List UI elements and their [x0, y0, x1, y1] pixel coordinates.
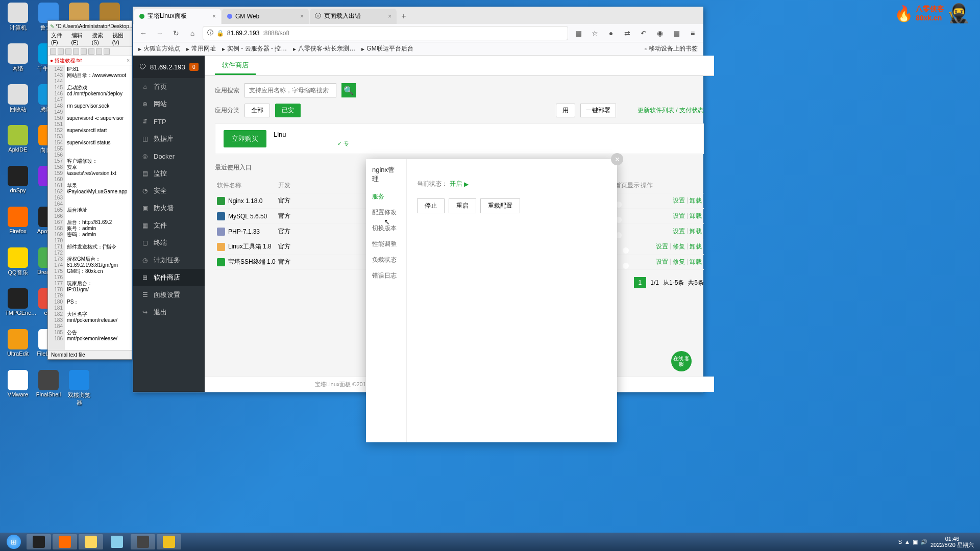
sidebar-item[interactable]: ▤ 监控 — [133, 165, 205, 182]
desktop-icon[interactable]: TMPGEnc… — [5, 288, 31, 316]
menu-item[interactable]: 编辑(E) — [71, 32, 88, 45]
sidebar-item[interactable]: ◫ 数据库 — [133, 130, 205, 147]
software-name[interactable]: PHP-7.1.33 — [217, 228, 278, 236]
desktop-icon[interactable]: Firefox — [5, 207, 31, 234]
sidebar-item[interactable]: ↪ 退出 — [133, 304, 205, 321]
search-input[interactable] — [244, 83, 336, 97]
panel-brand[interactable]: 🛡 81.69.2.193 0 — [133, 56, 205, 78]
start-button[interactable]: ⊞ — [3, 534, 24, 549]
taskbar-item[interactable] — [131, 534, 155, 549]
modal-tab[interactable]: 服务 — [366, 189, 406, 205]
nav-back-button[interactable]: ← — [137, 27, 150, 39]
browser-tab[interactable]: ⓘ 页面载入出错 × — [310, 9, 397, 24]
sidebar-item[interactable]: ⇵ FTP — [133, 113, 205, 130]
url-input[interactable]: ⓘ 🔒 81.69.2.193:8888/soft — [203, 26, 568, 40]
info-icon[interactable]: ⓘ — [207, 29, 213, 37]
notepad-titlebar[interactable]: ✎ *C:\Users\Administrator\Desktop… — [48, 21, 132, 31]
search-button[interactable]: 🔍 — [341, 83, 356, 97]
toolbar-icon[interactable]: ◉ — [654, 27, 666, 39]
software-name[interactable]: 宝塔SSH终端 1.0 — [217, 258, 278, 266]
browser-tab[interactable]: GM Web × — [222, 9, 309, 24]
page-current[interactable]: 1 — [634, 277, 647, 288]
close-icon[interactable]: × — [127, 58, 130, 63]
modal-tab[interactable]: 配置修改 — [366, 205, 406, 220]
tab-software-store[interactable]: 软件商店 — [215, 56, 256, 75]
sidebar-item[interactable]: ◷ 计划任务 — [133, 252, 205, 269]
taskbar-item[interactable] — [157, 534, 181, 549]
desktop-icon[interactable]: 回收站 — [5, 84, 31, 113]
desktop-icon[interactable]: VMware — [5, 370, 31, 397]
sidebar-item[interactable]: ⊞ 软件商店 — [133, 269, 205, 286]
toolbar-icon[interactable]: ☆ — [589, 27, 601, 39]
op-link[interactable]: 设置 — [673, 227, 685, 236]
menu-item[interactable]: 视图(V) — [112, 32, 129, 45]
desktop-icon[interactable]: 双核浏览器 — [66, 370, 92, 407]
modal-tab[interactable]: 负载状态 — [366, 252, 406, 268]
op-link[interactable]: 卸载 — [690, 242, 702, 251]
sidebar-item[interactable]: ◎ Docker — [133, 147, 205, 165]
cat-all[interactable]: 全部 — [244, 104, 270, 117]
tray-icon[interactable]: 🔊 — [920, 539, 927, 545]
menu-item[interactable]: 文件(F) — [51, 32, 67, 45]
sidebar-item[interactable]: ◔ 安全 — [133, 182, 205, 199]
op-link[interactable]: 设置 — [673, 196, 685, 205]
toolbar-icon[interactable]: ↶ — [638, 27, 650, 39]
modal-close-button[interactable]: ✕ — [611, 153, 623, 165]
notepad-file-tab[interactable]: ● 搭建教程.txt × — [48, 56, 132, 65]
tray-icon[interactable]: S — [898, 539, 902, 545]
sidebar-item[interactable]: ▣ 防火墙 — [133, 199, 205, 217]
bookmark-item[interactable]: ▸实例 - 云服务器 - 控… — [222, 44, 287, 53]
nav-home-button[interactable]: ⌂ — [186, 27, 199, 39]
sidebar-item[interactable]: ⌂ 首页 — [133, 78, 205, 95]
desktop-icon[interactable]: dnSpy — [5, 166, 31, 193]
modal-tab[interactable]: 性能调整 — [366, 236, 406, 252]
bookmark-item[interactable]: ▸常用网址 — [186, 44, 216, 53]
menu-item[interactable]: 搜索(S) — [92, 32, 108, 45]
notepad-menubar[interactable]: 文件(F)编辑(E)搜索(S)视图(V) — [48, 31, 132, 47]
modal-tab[interactable]: 错误日志 — [366, 268, 406, 284]
op-link[interactable]: 修复 — [673, 258, 685, 266]
op-link[interactable]: 修复 — [673, 242, 685, 251]
nav-reload-button[interactable]: ↻ — [170, 27, 182, 39]
toolbar-icon[interactable]: ▦ — [572, 27, 584, 39]
close-icon[interactable]: × — [212, 13, 216, 20]
desktop-icon[interactable]: UltraEdit — [5, 329, 31, 357]
notepad-editor[interactable]: 142 143 144 145 146 147 148 149 150 151 … — [48, 65, 132, 350]
close-icon[interactable]: × — [388, 13, 391, 20]
taskbar-item[interactable] — [105, 534, 129, 549]
bookmark-item[interactable]: ▸火狐官方站点 — [138, 44, 180, 53]
file-content[interactable]: IP:81 网站目录：/www/wwwroot 启动游戏 cd /mnt/pok… — [65, 65, 132, 350]
op-link[interactable]: 卸载 — [690, 196, 702, 205]
op-link[interactable]: 卸载 — [690, 212, 702, 220]
bookmark-item[interactable]: ▸GM联运平台后台 — [361, 44, 413, 53]
sidebar-item[interactable]: ☰ 面板设置 — [133, 286, 205, 304]
taskbar-item[interactable] — [53, 534, 77, 549]
desktop-icon[interactable]: 计算机 — [5, 3, 31, 32]
nav-forward-button[interactable]: → — [154, 27, 166, 39]
sidebar-item[interactable]: ⊕ 网站 — [133, 95, 205, 113]
buy-button[interactable]: 立即购买 — [224, 130, 266, 147]
sidebar-item[interactable]: ▢ 终端 — [133, 234, 205, 252]
service-action-button[interactable]: 停止 — [417, 198, 445, 213]
op-link[interactable]: 设置 — [656, 258, 668, 266]
taskbar-item[interactable] — [79, 534, 103, 549]
browser-tab[interactable]: 宝塔Linux面板 × — [134, 9, 221, 24]
service-action-button[interactable]: 重启 — [449, 198, 476, 213]
support-fab[interactable]: 在线 客服 — [671, 351, 692, 371]
cat-tail[interactable]: 用 — [556, 104, 575, 117]
toolbar-icon[interactable]: ≡ — [687, 27, 699, 39]
desktop-icon[interactable]: 网络 — [5, 43, 31, 72]
new-tab-button[interactable]: + — [398, 10, 410, 22]
desktop-icon[interactable]: ApkIDE — [5, 125, 31, 153]
bookmark-item[interactable]: ▸八零侠客-站长亲测… — [293, 44, 355, 53]
op-link[interactable]: 卸载 — [690, 258, 702, 266]
op-link[interactable]: 设置 — [673, 212, 685, 220]
software-name[interactable]: Linux工具箱 1.8 — [217, 242, 278, 251]
toolbar-icon[interactable]: ⇄ — [621, 27, 633, 39]
toolbar-icon[interactable]: ▤ — [670, 27, 682, 39]
sidebar-item[interactable]: ▦ 文件 — [133, 217, 205, 234]
bookmark-mobile[interactable]: ▫移动设备上的书签 — [645, 44, 698, 53]
software-name[interactable]: Nginx 1.18.0 — [217, 197, 278, 205]
modal-tab[interactable]: 切换版本 — [366, 220, 406, 236]
notification-badge[interactable]: 0 — [189, 63, 199, 71]
